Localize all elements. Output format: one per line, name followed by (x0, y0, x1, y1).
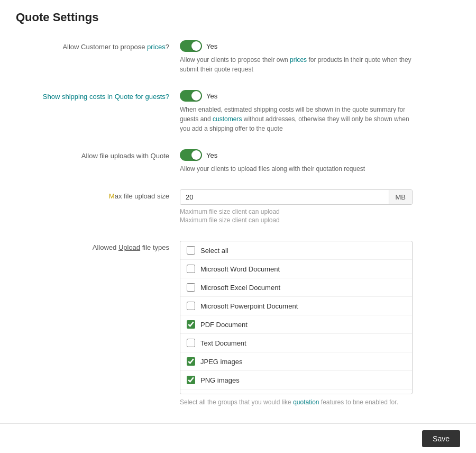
checkbox-label-select_all: Select all (200, 247, 228, 255)
checkbox-pdf[interactable] (187, 320, 195, 329)
toggle-yes-shipping-costs: Yes (206, 92, 217, 100)
setting-row-shipping-costs: Show shipping costs in Quote for guests?… (16, 90, 460, 133)
checkbox-item-text[interactable]: Text Document (180, 334, 412, 352)
upload-types-footer: Select all the groups that you would lik… (180, 398, 413, 406)
toggle-row-file-uploads: Yes (180, 149, 460, 161)
checkbox-item-ms_word[interactable]: Microsoft Word Document (180, 260, 412, 278)
setting-label-file-uploads: Allow file uploads with Quote (16, 149, 180, 161)
desc-customer-prices: Allow your clients to propose their own … (180, 55, 418, 74)
checkbox-item-gif[interactable]: GIF images (180, 389, 412, 394)
setting-content-max-file-size: MB Maximum file size client can upload M… (180, 189, 460, 225)
desc-file-uploads: Allow your clients to upload files along… (180, 164, 418, 174)
setting-content-customer-prices: Yes Allow your clients to propose their … (180, 40, 460, 74)
checkbox-label-text: Text Document (200, 339, 246, 347)
checkbox-list-wrapper[interactable]: Select allMicrosoft Word DocumentMicroso… (180, 241, 413, 394)
max-file-size-input[interactable] (180, 190, 389, 204)
desc-shipping-costs: When enabled, estimated shipping costs w… (180, 105, 418, 133)
checkbox-label-png: PNG images (200, 376, 240, 384)
checkbox-ms_powerpoint[interactable] (187, 302, 195, 310)
toggle-shipping-costs[interactable] (180, 90, 202, 102)
page-title: Quote Settings (16, 11, 460, 24)
toggle-row-customer-prices: Yes (180, 40, 460, 52)
bottom-bar: Save (0, 423, 476, 453)
checkbox-text[interactable] (187, 339, 195, 347)
settings-form: Allow Customer to propose prices? Yes Al… (16, 40, 460, 406)
toggle-yes-customer-prices: Yes (206, 42, 217, 50)
checkbox-item-ms_excel[interactable]: Microsoft Excel Document (180, 278, 412, 297)
max-file-size-unit: MB (389, 190, 413, 204)
checkbox-item-pdf[interactable]: PDF Document (180, 315, 412, 334)
toggle-customer-prices[interactable] (180, 40, 202, 52)
setting-row-file-uploads: Allow file uploads with Quote Yes Allow … (16, 149, 460, 174)
max-file-size-hint2: Maximum file size client can upload (180, 216, 460, 224)
checkbox-item-png[interactable]: PNG images (180, 371, 412, 389)
checkbox-ms_word[interactable] (187, 265, 195, 273)
setting-label-max-file-size: Max file upload size (16, 189, 180, 201)
checkbox-jpeg[interactable] (187, 357, 195, 366)
toggle-yes-file-uploads: Yes (206, 151, 217, 159)
checkbox-label-ms_word: Microsoft Word Document (200, 265, 280, 273)
setting-label-upload-types: Allowed Upload file types (16, 241, 180, 252)
checkbox-item-ms_powerpoint[interactable]: Microsoft Powerpoint Document (180, 297, 412, 315)
setting-content-file-uploads: Yes Allow your clients to upload files a… (180, 149, 460, 174)
checkbox-label-ms_excel: Microsoft Excel Document (200, 284, 280, 292)
setting-row-customer-prices: Allow Customer to propose prices? Yes Al… (16, 40, 460, 74)
setting-content-shipping-costs: Yes When enabled, estimated shipping cos… (180, 90, 460, 133)
save-button[interactable]: Save (422, 430, 460, 447)
setting-label-customer-prices: Allow Customer to propose prices? (16, 40, 180, 52)
checkbox-item-jpeg[interactable]: JPEG images (180, 352, 412, 371)
checkbox-png[interactable] (187, 376, 195, 384)
checkbox-label-jpeg: JPEG images (200, 358, 242, 366)
toggle-row-shipping-costs: Yes (180, 90, 460, 102)
max-file-size-input-wrapper: MB (180, 189, 413, 205)
setting-content-upload-types: Select allMicrosoft Word DocumentMicroso… (180, 241, 460, 406)
checkbox-select_all[interactable] (187, 246, 195, 255)
checkbox-item-select_all[interactable]: Select all (180, 241, 412, 260)
setting-row-upload-types: Allowed Upload file types Select allMicr… (16, 241, 460, 406)
checkbox-label-pdf: PDF Document (200, 321, 248, 329)
checkbox-ms_excel[interactable] (187, 283, 195, 292)
checkbox-label-ms_powerpoint: Microsoft Powerpoint Document (200, 302, 298, 310)
max-file-size-hint1: Maximum file size client can upload (180, 208, 460, 215)
page-container: Quote Settings Allow Customer to propose… (0, 0, 476, 432)
setting-row-max-file-size: Max file upload size MB Maximum file siz… (16, 189, 460, 225)
toggle-file-uploads[interactable] (180, 149, 202, 161)
setting-label-shipping-costs: Show shipping costs in Quote for guests? (16, 90, 180, 102)
